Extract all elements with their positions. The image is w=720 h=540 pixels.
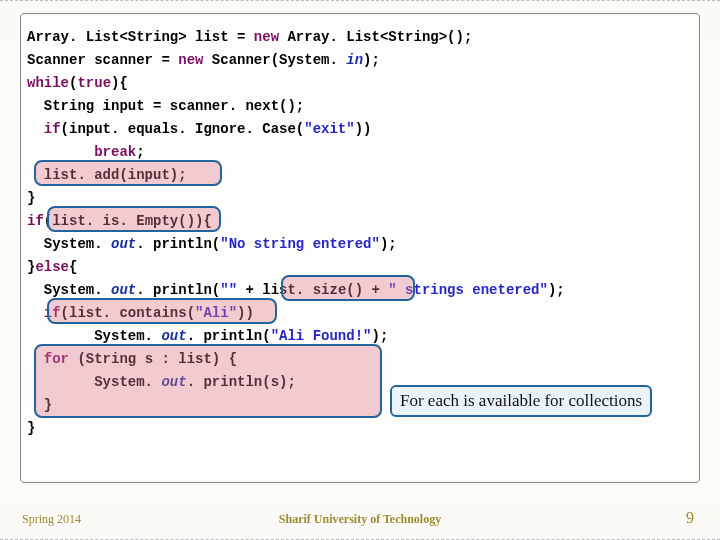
keyword-for: for <box>27 351 69 367</box>
code-text: } <box>27 420 35 436</box>
callout-text: For each is available for collections <box>400 391 642 410</box>
code-text: ); <box>363 52 380 68</box>
keyword-break: break <box>27 144 136 160</box>
string-literal: "Ali" <box>195 305 237 321</box>
code-text: . println(s); <box>187 374 296 390</box>
keyword-true: true <box>77 75 111 91</box>
code-text: )) <box>237 305 254 321</box>
field-out: out <box>103 282 137 298</box>
keyword-if: if <box>27 121 61 137</box>
keyword-new: new <box>178 52 203 68</box>
slide: Array. List<String> list = new Array. Li… <box>0 0 720 540</box>
string-literal: "" <box>220 282 237 298</box>
code-text: (list. contains( <box>61 305 195 321</box>
code-content: Array. List<String> list = new Array. Li… <box>27 26 693 440</box>
code-text: ); <box>380 236 397 252</box>
code-text: { <box>69 259 77 275</box>
code-text: System. <box>27 282 103 298</box>
code-text: ); <box>548 282 565 298</box>
keyword-else: else <box>35 259 69 275</box>
string-literal: "exit" <box>304 121 354 137</box>
code-text: Array. List<String>(); <box>279 29 472 45</box>
code-text: } <box>27 397 52 413</box>
code-text: String input = scanner. next(); <box>27 98 304 114</box>
code-text: )) <box>355 121 372 137</box>
keyword-if: if <box>27 213 44 229</box>
code-text: System. <box>27 236 103 252</box>
footer-center: Sharif University of Technology <box>0 512 720 527</box>
keyword-if: if <box>27 305 61 321</box>
code-text: . println( <box>136 236 220 252</box>
keyword-while: while <box>27 75 69 91</box>
code-text: (String s : list) { <box>69 351 237 367</box>
string-literal: "No string entered" <box>220 236 380 252</box>
code-text: Scanner scanner = <box>27 52 178 68</box>
footer-page-number: 9 <box>686 509 694 527</box>
footer: Spring 2014 Sharif University of Technol… <box>0 499 720 527</box>
code-text: } <box>27 190 35 206</box>
field-out: out <box>153 374 187 390</box>
field-out: out <box>153 328 187 344</box>
code-text: Array. List<String> list = <box>27 29 254 45</box>
keyword-new: new <box>254 29 279 45</box>
code-text: list. add(input); <box>27 167 187 183</box>
field-in: in <box>338 52 363 68</box>
code-text: . println( <box>136 282 220 298</box>
code-text: (list. is. Empty()){ <box>44 213 212 229</box>
code-text: ; <box>136 144 144 160</box>
code-text: Scanner(System. <box>203 52 337 68</box>
field-out: out <box>103 236 137 252</box>
string-literal: "Ali Found!" <box>271 328 372 344</box>
code-text: + list. size() + <box>237 282 388 298</box>
code-text: System. <box>27 374 153 390</box>
code-text: System. <box>27 328 153 344</box>
code-text: ); <box>371 328 388 344</box>
code-text: . println( <box>187 328 271 344</box>
code-text: (input. equals. Ignore. Case( <box>61 121 305 137</box>
string-literal: " strings enetered" <box>388 282 548 298</box>
code-text: ){ <box>111 75 128 91</box>
callout-note: For each is available for collections <box>390 385 652 417</box>
